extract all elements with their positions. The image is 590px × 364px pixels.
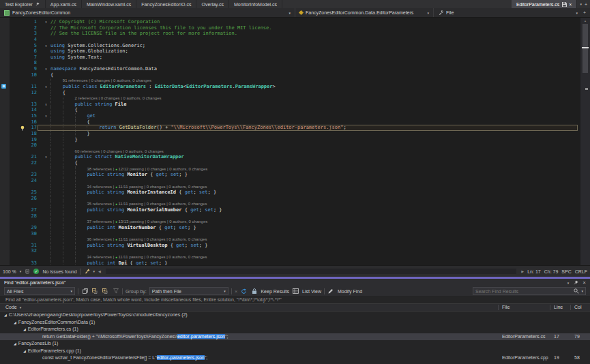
breakpoint-margin[interactable] [0, 184, 10, 190]
copy-icon[interactable] [81, 288, 89, 295]
no-issues-label[interactable]: No issues found [42, 269, 76, 274]
breakpoint-margin[interactable] [0, 231, 10, 237]
breakpoint-margin[interactable] [0, 37, 10, 43]
zoom-dropdown-icon[interactable]: ▾ [20, 269, 22, 273]
breakpoint-margin[interactable] [0, 90, 10, 96]
collapse-all-icon[interactable] [91, 288, 99, 295]
breakpoint-margin[interactable] [0, 213, 10, 219]
scope-combobox[interactable]: All Files ▾ [4, 287, 75, 295]
codelens-text[interactable]: 60 references | 0 changes | 0 authors, 0… [75, 149, 164, 153]
code-line[interactable]: 25public string MonitorInstanceId { get;… [0, 189, 580, 196]
breakpoint-margin[interactable] [0, 178, 10, 184]
codelens-row[interactable]: 60 references | 0 changes | 0 authors, 0… [0, 149, 580, 155]
save-icon[interactable] [561, 1, 567, 7]
col-column-header[interactable]: Col [574, 304, 582, 310]
code-line[interactable]: 12{ [0, 90, 580, 96]
code-line[interactable]: 26 [0, 196, 580, 202]
tab-fancyzoneseditorio-cs[interactable]: FancyZonesEditorIO.cs [136, 0, 196, 8]
code-column-header[interactable]: Code ▾ [5, 304, 21, 311]
code-line[interactable]: 28 [0, 213, 580, 219]
breakpoint-margin[interactable] [0, 137, 10, 143]
expander-icon[interactable]: ◢ [14, 320, 16, 324]
codelens-row[interactable]: 91 references | 0 changes | 0 authors, 0… [0, 78, 580, 84]
chevron-down-icon[interactable]: ▾ [581, 289, 583, 293]
line-column-header[interactable]: Line [554, 304, 563, 310]
code-line[interactable]: 27public string MonitorSerialNumber { ge… [0, 207, 580, 213]
codelens-row[interactable]: 34 references | ● 11/11 passing | 0 chan… [0, 254, 580, 260]
fold-chevron-icon[interactable]: ∨ [42, 113, 50, 119]
fold-chevron-icon[interactable]: ∨ [42, 84, 50, 90]
lightbulb-icon[interactable] [20, 125, 25, 131]
code-line[interactable]: 21∨public struct NativeMonitorDataWrappe… [0, 154, 580, 160]
expander-icon[interactable]: ◢ [4, 313, 7, 317]
fold-chevron-icon[interactable]: ∨ [42, 154, 50, 160]
code-line[interactable]: 29public int MonitorNumber { get; set; } [0, 225, 580, 231]
code-line[interactable]: 20 [0, 142, 580, 149]
expand-all-icon[interactable] [102, 288, 109, 295]
breakpoint-margin[interactable] [0, 95, 10, 102]
code-line[interactable]: 2// The Microsoft Corporation licenses t… [0, 25, 580, 31]
code-line[interactable]: 24 [0, 178, 580, 184]
expander-icon[interactable]: ◢ [23, 327, 26, 331]
type-dropdown[interactable]: FancyZonesEditorCommon.Data.EditorParame… [295, 8, 434, 17]
code-line[interactable]: 30 [0, 231, 580, 237]
breakpoint-margin[interactable] [0, 189, 10, 196]
codelens-text[interactable]: 34 references | ● 11/11 passing | 0 chan… [87, 185, 207, 189]
group-by-combobox[interactable]: Path then File ▾ [149, 287, 228, 295]
breakpoint-margin[interactable] [0, 160, 10, 166]
close-window-icon[interactable]: × [582, 279, 586, 286]
breakpoint-margin[interactable] [0, 149, 10, 155]
find-result-folder[interactable]: ◢FancyZonesEditorCommon\Data (1) [0, 319, 590, 327]
line-ending-indicator[interactable]: CRLF [575, 269, 587, 274]
expander-icon[interactable]: ◢ [14, 342, 16, 346]
find-window-title-bar[interactable]: Find "editor-parameters.json" ▾ × [0, 279, 590, 286]
breakpoint-margin[interactable] [0, 260, 10, 265]
char-indicator[interactable]: Ch: 79 [544, 269, 559, 274]
code-line[interactable]: 18} [0, 131, 580, 137]
codelens-row[interactable]: 36 references | ● 11/11 passing | 0 chan… [0, 237, 580, 243]
window-menu-icon[interactable]: ▾ [567, 281, 570, 285]
find-result-match[interactable]: const wchar_t FancyZonesEditorParameters… [0, 354, 590, 362]
find-result-folder[interactable]: ◢C:\Users\zhaopengwang\Desktop\powertoys… [0, 312, 590, 319]
breakpoint-margin[interactable] [0, 254, 10, 260]
search-find-results-input[interactable] [475, 289, 572, 294]
pin-icon[interactable] [35, 1, 40, 7]
pencil-icon[interactable] [327, 288, 335, 295]
codelens-row[interactable]: 35 references | ● 11/11 passing | 0 chan… [0, 201, 580, 207]
breakpoint-margin[interactable] [0, 237, 10, 243]
close-tab-icon[interactable]: × [569, 2, 572, 7]
breakpoint-margin[interactable] [0, 72, 10, 78]
breakpoint-margin[interactable] [0, 60, 10, 66]
tab-test-explorer[interactable]: Test Explorer [0, 0, 46, 8]
code-line[interactable]: 4 [0, 37, 580, 43]
nav-add-icon[interactable]: + [583, 10, 586, 15]
breakpoint-margin[interactable] [0, 55, 10, 61]
find-result-match[interactable]: return GetDataFolder() + "\\Microsoft\\P… [0, 333, 590, 341]
breakpoint-margin[interactable] [0, 66, 10, 72]
codelens-text[interactable]: 37 references | ● 13/13 passing | 0 chan… [87, 219, 207, 224]
tab-overlay-cs[interactable]: Overlay.cs [196, 0, 229, 8]
search-find-results-box[interactable]: ▾ [473, 287, 586, 295]
keep-results-label[interactable]: Keep Results [261, 289, 289, 294]
breakpoint-margin[interactable] [0, 142, 10, 149]
fold-chevron-icon[interactable]: ∨ [42, 19, 50, 25]
code-line[interactable]: 13∨public string File [0, 102, 580, 108]
breakpoint-margin[interactable] [0, 78, 10, 84]
scroll-left-icon[interactable]: ◀ [98, 269, 101, 273]
member-dropdown[interactable]: File ▾ + [434, 8, 590, 17]
modify-find-label[interactable]: Modify Find [338, 289, 362, 294]
pin-icon[interactable] [573, 280, 578, 286]
tab-active-document[interactable]: EditorParameters.cs × [512, 0, 578, 8]
new-tab-icon[interactable]: + [585, 2, 587, 7]
code-line[interactable]: 1∨// Copyright (c) Microsoft Corporation [0, 19, 580, 25]
code-line[interactable]: 32 [0, 248, 580, 254]
breakpoint-margin[interactable] [0, 219, 10, 225]
breakpoint-margin[interactable] [0, 119, 10, 125]
clear-results-icon[interactable]: × [235, 288, 238, 294]
codelens-row[interactable]: 37 references | ● 13/13 passing | 0 chan… [0, 219, 580, 225]
breakpoint-margin[interactable] [0, 19, 10, 25]
code-line[interactable]: 5∨using System.Collections.Generic; [0, 43, 580, 49]
breakpoint-margin[interactable] [0, 125, 10, 131]
breakpoint-margin[interactable] [0, 102, 10, 108]
scroll-right-icon[interactable]: ▶ [521, 269, 524, 273]
